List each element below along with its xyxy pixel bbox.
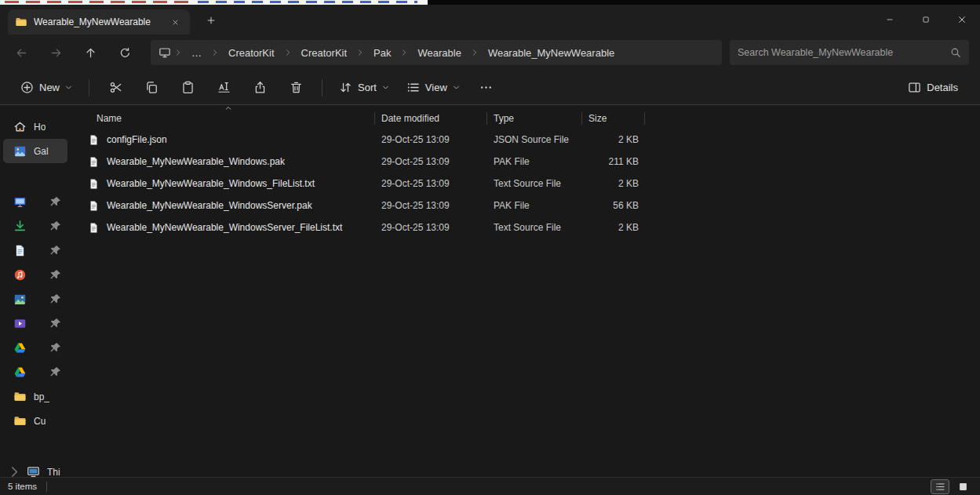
column-header-modified[interactable]: Date modified [375, 110, 487, 127]
file-row[interactable]: configFile.json29-Oct-25 13:09JSON Sourc… [71, 129, 980, 151]
copy-button[interactable] [136, 75, 167, 100]
title-bar: Wearable_MyNewWearable [0, 5, 980, 35]
details-pane-button[interactable]: Details [900, 75, 966, 100]
sort-button[interactable]: Sort [331, 75, 397, 100]
new-tab-button[interactable] [201, 10, 221, 31]
text-document-icon [88, 222, 100, 234]
search-input[interactable] [738, 47, 950, 58]
sidebar-item-desktop[interactable] [3, 190, 67, 214]
pictures-icon [13, 293, 27, 306]
folder-icon [15, 16, 27, 28]
sidebar-item-drive-2[interactable] [3, 360, 67, 384]
tab-close-button[interactable] [167, 14, 183, 30]
maximize-button[interactable] [908, 5, 944, 35]
column-header-name[interactable]: Name [82, 110, 375, 127]
sidebar-item-pictures[interactable] [3, 287, 67, 311]
details-view-button[interactable] [931, 479, 949, 494]
share-icon [253, 81, 267, 94]
breadcrumb-item[interactable]: Wearable_MyNewWearable [482, 45, 621, 61]
close-icon [957, 15, 967, 24]
monitor-icon [158, 46, 171, 59]
file-name-cell: Wearable_MyNewWearable_Windows.pak [82, 156, 375, 168]
maximize-icon [922, 16, 930, 24]
chevron-right-icon [400, 49, 408, 56]
sidebar-item-this-pc[interactable]: Thi [3, 460, 67, 477]
column-header-size[interactable]: Size [582, 110, 645, 127]
drive-icon [13, 341, 27, 355]
paste-icon [181, 81, 195, 94]
pin-icon [49, 220, 62, 233]
sidebar-item-drive-1[interactable] [3, 336, 67, 360]
plus-icon [206, 16, 216, 25]
pin-icon [49, 293, 62, 306]
address-bar[interactable]: … CreatorKitCreatorKitPakWearableWearabl… [151, 40, 722, 65]
file-size: 2 KB [582, 134, 645, 145]
breadcrumb-item[interactable]: Pak [367, 45, 397, 61]
new-button[interactable]: New [13, 75, 80, 100]
back-button[interactable] [8, 39, 35, 66]
forward-button[interactable] [42, 39, 69, 66]
window-controls [872, 5, 980, 35]
circle-plus-icon [20, 81, 34, 94]
column-header-type[interactable]: Type [487, 110, 582, 127]
breadcrumb-item[interactable]: CreatorKit [222, 45, 281, 61]
videos-icon [13, 317, 27, 330]
sidebar-item-label: bp_ [34, 391, 49, 402]
navigation-bar: … CreatorKitCreatorKitPakWearableWearabl… [0, 35, 980, 71]
view-button[interactable]: View [399, 75, 468, 100]
pin-icon [49, 341, 62, 355]
thumbnails-view-button[interactable] [953, 479, 972, 494]
file-name-cell: Wearable_MyNewWearable_WindowsServer_Fil… [82, 222, 375, 234]
file-row[interactable]: Wearable_MyNewWearable_Windows_FileList.… [71, 173, 980, 195]
statusbar-divider [46, 482, 47, 492]
folder-icon [13, 414, 27, 428]
file-name: Wearable_MyNewWearable_WindowsServer.pak [107, 200, 312, 211]
text-document-icon [88, 178, 100, 190]
sidebar-item-documents[interactable] [3, 238, 67, 263]
rename-button[interactable] [208, 75, 239, 100]
sidebar-item-videos[interactable] [3, 311, 67, 336]
minimize-button[interactable] [872, 5, 908, 35]
close-button[interactable] [944, 5, 980, 35]
file-row[interactable]: Wearable_MyNewWearable_Windows.pak29-Oct… [71, 151, 980, 173]
folder-icon [13, 390, 27, 403]
file-row[interactable]: Wearable_MyNewWearable_WindowsServer_Fil… [71, 217, 980, 238]
file-size: 56 KB [582, 200, 645, 211]
breadcrumb-item[interactable]: Wearable [411, 45, 467, 61]
command-toolbar: New Sort View [0, 71, 980, 105]
cut-button[interactable] [100, 75, 131, 100]
chevron-right-icon [211, 49, 219, 56]
item-count: 5 items [8, 482, 37, 491]
file-type: Text Source File [487, 178, 582, 189]
forward-icon [50, 47, 62, 59]
this-pc-icon [27, 465, 40, 477]
sidebar-item-downloads[interactable] [3, 214, 67, 238]
text-document-icon [88, 134, 100, 146]
more-options-button[interactable] [471, 75, 502, 100]
sidebar-item-cu-folder[interactable]: Cu [3, 409, 67, 433]
breadcrumb-item[interactable]: CreatorKit [295, 45, 354, 61]
search-box[interactable] [730, 40, 969, 65]
share-button[interactable] [244, 75, 275, 100]
sidebar-item-home[interactable]: Ho [3, 115, 67, 139]
chevron-right-icon [284, 49, 292, 56]
trash-icon [290, 81, 303, 94]
sidebar-item-bp-folder[interactable]: bp_ [3, 384, 67, 409]
copy-icon [145, 81, 158, 94]
paste-button[interactable] [172, 75, 203, 100]
column-header-label: Name [97, 113, 122, 124]
scissors-icon [109, 81, 122, 94]
sidebar-item-gallery[interactable]: Gal [3, 139, 67, 163]
delete-button[interactable] [280, 75, 311, 100]
sidebar-item-music[interactable] [3, 263, 67, 287]
up-button[interactable] [77, 39, 104, 66]
file-name-cell: Wearable_MyNewWearable_WindowsServer.pak [82, 200, 375, 212]
file-row[interactable]: Wearable_MyNewWearable_WindowsServer.pak… [71, 195, 980, 217]
file-date-modified: 29-Oct-25 13:09 [375, 134, 487, 145]
breadcrumb-ellipsis[interactable]: … [185, 45, 208, 61]
chevron-down-icon [382, 84, 389, 91]
file-size: 211 KB [582, 156, 645, 167]
refresh-button[interactable] [111, 39, 138, 66]
desktop-icon [13, 195, 27, 209]
explorer-tab[interactable]: Wearable_MyNewWearable [8, 9, 190, 35]
